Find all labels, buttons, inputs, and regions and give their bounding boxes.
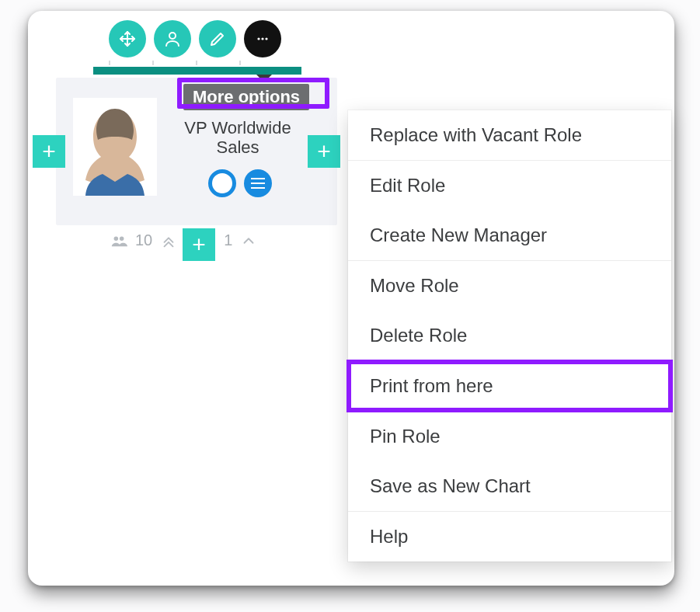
- detail-view-button[interactable]: [244, 169, 272, 197]
- svg-point-6: [120, 236, 124, 241]
- menu-item[interactable]: Delete Role: [348, 311, 671, 360]
- menu-group: Edit RoleCreate New Manager: [348, 161, 671, 261]
- menu-group: Replace with Vacant Role: [348, 110, 671, 161]
- menu-item[interactable]: Move Role: [348, 261, 671, 311]
- chevron-up-icon[interactable]: [240, 232, 257, 249]
- org-card-area: More options VP Worldwide Sales + + 10: [33, 11, 350, 267]
- card-chips: [208, 169, 272, 197]
- avatar: [73, 98, 157, 196]
- add-left-button[interactable]: +: [33, 135, 65, 168]
- card-toolbar: [109, 20, 281, 57]
- toolbar-edit-button[interactable]: [199, 20, 236, 57]
- more-icon: [253, 30, 272, 48]
- toolbar-move-button[interactable]: [109, 20, 146, 57]
- menu-item[interactable]: Replace with Vacant Role: [348, 110, 671, 160]
- menu-item[interactable]: Create New Manager: [348, 210, 671, 260]
- levels-count: 1: [224, 231, 232, 249]
- ring-icon[interactable]: [208, 169, 236, 197]
- svg-point-5: [114, 236, 119, 241]
- app-window: More options VP Worldwide Sales + + 10: [28, 11, 674, 586]
- svg-point-0: [169, 33, 176, 39]
- menu-item[interactable]: Edit Role: [348, 161, 671, 210]
- add-right-button[interactable]: +: [308, 135, 340, 168]
- card-accent-bar: [93, 67, 301, 75]
- collapse-up-icon[interactable]: [160, 232, 177, 249]
- stage: More options VP Worldwide Sales + + 10: [0, 0, 700, 612]
- move-icon: [118, 30, 137, 48]
- avatar-placeholder-icon: [73, 98, 157, 196]
- menu-item[interactable]: Save as New Chart: [348, 461, 671, 511]
- more-options-tooltip: More options: [183, 84, 309, 110]
- lines-icon: [251, 183, 265, 184]
- menu-item[interactable]: Print from here: [348, 361, 671, 411]
- toolbar-ticks: [109, 61, 281, 65]
- svg-point-3: [265, 37, 267, 40]
- svg-point-2: [261, 37, 263, 40]
- people-icon: [110, 232, 127, 249]
- pencil-icon: [208, 30, 227, 48]
- menu-group: Move RoleDelete Role: [348, 261, 671, 361]
- people-count: 10: [135, 231, 152, 249]
- svg-point-1: [257, 37, 259, 40]
- menu-group: Pin RoleSave as New Chart: [348, 412, 671, 512]
- person-icon: [163, 30, 182, 48]
- add-bottom-button[interactable]: +: [183, 228, 215, 261]
- role-title: VP Worldwide Sales: [169, 118, 306, 158]
- menu-group: Print from here: [348, 361, 671, 412]
- menu-item[interactable]: Pin Role: [348, 412, 671, 461]
- menu-item[interactable]: Help: [348, 512, 671, 562]
- menu-group: Help: [348, 512, 671, 562]
- toolbar-person-button[interactable]: [154, 20, 191, 57]
- toolbar-more-button[interactable]: [244, 20, 281, 57]
- context-menu: Replace with Vacant RoleEdit RoleCreate …: [348, 110, 671, 562]
